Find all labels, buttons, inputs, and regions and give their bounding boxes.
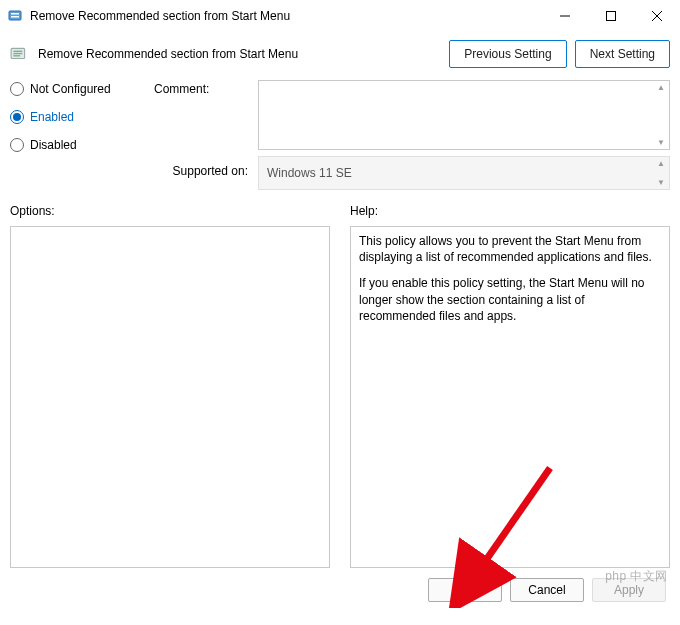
policy-title: Remove Recommended section from Start Me… — [38, 47, 441, 61]
state-radio-group: Not Configured Enabled Disabled — [10, 80, 150, 152]
radio-dot-icon — [10, 82, 24, 96]
radio-dot-icon — [10, 138, 24, 152]
options-label: Options: — [10, 204, 330, 218]
svg-rect-9 — [13, 53, 22, 54]
options-panel — [10, 226, 330, 568]
scrollbar[interactable]: ▲ ▼ — [653, 157, 669, 189]
radio-label: Enabled — [30, 110, 74, 124]
maximize-button[interactable] — [588, 0, 634, 32]
help-paragraph: If you enable this policy setting, the S… — [359, 275, 661, 324]
scroll-up-icon: ▲ — [657, 83, 665, 92]
radio-label: Disabled — [30, 138, 77, 152]
radio-disabled[interactable]: Disabled — [10, 138, 150, 152]
help-label: Help: — [350, 204, 670, 218]
ok-button[interactable]: OK — [428, 578, 502, 602]
previous-setting-button[interactable]: Previous Setting — [449, 40, 566, 68]
apply-button: Apply — [592, 578, 666, 602]
svg-rect-4 — [607, 12, 616, 21]
radio-dot-icon — [10, 110, 24, 124]
svg-rect-0 — [9, 11, 21, 20]
svg-rect-8 — [13, 51, 22, 52]
scroll-up-icon: ▲ — [657, 159, 665, 168]
radio-enabled[interactable]: Enabled — [10, 110, 150, 124]
cancel-button[interactable]: Cancel — [510, 578, 584, 602]
help-column: Help: This policy allows you to prevent … — [350, 204, 670, 568]
header-row: Remove Recommended section from Start Me… — [0, 32, 680, 80]
svg-rect-2 — [11, 16, 19, 18]
supported-on-label: Supported on: — [154, 156, 254, 178]
minimize-button[interactable] — [542, 0, 588, 32]
close-button[interactable] — [634, 0, 680, 32]
supported-on-value: Windows 11 SE — [267, 166, 352, 180]
window-title: Remove Recommended section from Start Me… — [30, 9, 542, 23]
config-grid: Not Configured Enabled Disabled Comment:… — [0, 80, 680, 198]
options-column: Options: — [10, 204, 330, 568]
dialog-footer: OK Cancel Apply — [0, 568, 680, 612]
titlebar: Remove Recommended section from Start Me… — [0, 0, 680, 32]
comment-textarea[interactable]: ▲ ▼ — [258, 80, 670, 150]
lower-panels: Options: Help: This policy allows you to… — [0, 198, 680, 568]
next-setting-button[interactable]: Next Setting — [575, 40, 670, 68]
comment-label: Comment: — [154, 80, 254, 96]
radio-label: Not Configured — [30, 82, 111, 96]
svg-rect-10 — [13, 55, 20, 56]
scroll-down-icon: ▼ — [657, 138, 665, 147]
policy-item-icon — [10, 45, 28, 63]
scrollbar[interactable]: ▲ ▼ — [653, 81, 669, 149]
supported-on-field: Windows 11 SE ▲ ▼ — [258, 156, 670, 190]
scroll-down-icon: ▼ — [657, 178, 665, 187]
radio-not-configured[interactable]: Not Configured — [10, 82, 150, 96]
help-paragraph: This policy allows you to prevent the St… — [359, 233, 661, 265]
svg-rect-1 — [11, 13, 19, 15]
help-panel: This policy allows you to prevent the St… — [350, 226, 670, 568]
policy-icon — [8, 8, 24, 24]
